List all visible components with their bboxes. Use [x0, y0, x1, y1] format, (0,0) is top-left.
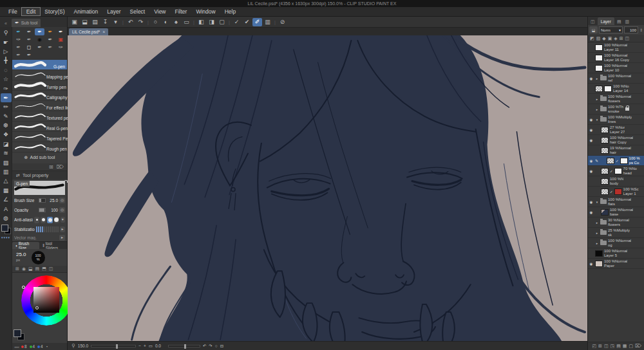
opacity-pressure-icon[interactable]: ◎ [59, 207, 65, 213]
fill-icon[interactable]: ♠ [171, 18, 181, 26]
undo-icon[interactable]: ↶ [126, 18, 135, 26]
delete-layer-icon[interactable]: ⌦ [635, 344, 641, 349]
canvas-tab[interactable]: LiL Cecile.psd* × [69, 28, 108, 35]
layer-row[interactable]: ▸100 %Normalog [588, 238, 644, 248]
layer-thumbnail[interactable] [604, 86, 612, 92]
pen-tool[interactable]: ✒ [1, 93, 12, 102]
view-list-icon[interactable]: ⊞ [15, 266, 19, 272]
reference-layer-icon[interactable]: ⊞ [620, 36, 623, 41]
open-folder-icon[interactable]: ▤ [90, 18, 100, 26]
stabilization-arrow-icon[interactable]: ▸ [60, 226, 65, 232]
pen-group-2[interactable]: ✒ [24, 28, 33, 35]
export-dropdown-icon[interactable]: ▾ [111, 18, 120, 26]
fill-tool[interactable]: ▨ [1, 158, 12, 167]
brush-tool[interactable]: ✎ [1, 112, 12, 121]
view-stroke-icon[interactable]: ⬓ [28, 266, 33, 272]
layer-mask-icon[interactable]: ▦ [623, 344, 627, 349]
expand-arrow-icon[interactable]: ▸ [595, 231, 599, 235]
lock-layer-icon[interactable]: ◆ [602, 36, 605, 41]
layer-thumbnail[interactable] [601, 189, 609, 195]
layer-thumbnail[interactable] [595, 261, 603, 267]
save-icon[interactable]: ⬓ [80, 18, 90, 26]
zoom-out-button[interactable]: − [138, 344, 141, 348]
rotation-slider[interactable] [168, 345, 200, 347]
stabilization-segment[interactable] [46, 226, 47, 232]
two-pane-icon[interactable]: ◫ [625, 36, 630, 41]
operation-tool[interactable]: ▷ [1, 47, 12, 56]
invert-selection-icon[interactable]: ◐ [161, 18, 171, 26]
stabilization-segment[interactable] [40, 226, 41, 232]
brush-preview-circle[interactable]: 100 % [32, 251, 45, 264]
sub-tool-item[interactable]: Rough pen [12, 142, 67, 152]
pen-group-14[interactable]: ✒ [45, 44, 55, 51]
visibility-eye-icon[interactable]: ◉ [589, 262, 594, 266]
ruler-layer-icon[interactable]: ◈ [614, 36, 617, 41]
zoom-in-button[interactable]: + [144, 344, 146, 348]
expand-arrow-icon[interactable]: ▸ [595, 241, 599, 245]
opacity-slider[interactable] [39, 208, 46, 212]
move-screen-tool[interactable]: ☛ [1, 37, 12, 46]
brush-size-slider[interactable] [39, 198, 46, 203]
navigator-icon[interactable]: ▭ [149, 344, 153, 349]
apply-mask-icon[interactable]: ▢ [629, 344, 633, 349]
layer-row[interactable]: ◉▾100 %Normalflats [588, 197, 644, 207]
separator[interactable]: | [121, 18, 125, 26]
pen-group-15[interactable]: ✑ [56, 44, 66, 51]
layer-row[interactable]: ◉100 %Normalbase [588, 207, 644, 217]
layer-row[interactable]: 100 %NormalLayer 16 Copy [588, 53, 644, 63]
color-history-icon[interactable]: ◔ [46, 344, 48, 349]
menu-item[interactable]: View [149, 8, 170, 15]
search-layer-tab-icon[interactable]: ▥ [624, 19, 631, 25]
stabilization-segment[interactable] [50, 226, 51, 232]
visibility-eye-icon[interactable]: ◉ [589, 128, 594, 132]
tab-layer[interactable]: Layer [598, 17, 614, 25]
sub-tool-item[interactable]: Calligraphy [12, 91, 67, 101]
stabilization-segment[interactable] [38, 226, 39, 232]
pen-group-11[interactable]: ✒ [14, 44, 23, 51]
ruler-tool[interactable]: ∠ [1, 195, 12, 204]
layer-thumbnail[interactable] [601, 178, 609, 185]
crop-frame-icon[interactable]: ▭ [182, 18, 191, 26]
stabilization-segment[interactable] [53, 226, 55, 232]
rotate-left-icon[interactable]: ↶ [203, 344, 206, 349]
foreground-background-swatch[interactable] [14, 329, 24, 340]
layer-thumbnail[interactable] [614, 168, 622, 174]
sub-tool-item[interactable]: Textured pen [12, 111, 67, 122]
pen-group-13[interactable]: ✒ [35, 44, 44, 51]
stabilization-segment[interactable] [44, 226, 45, 232]
drawing-canvas[interactable] [68, 35, 587, 341]
sv-marker[interactable] [35, 306, 39, 309]
transfer-layer-icon[interactable]: ◳ [611, 344, 615, 349]
layer-thumbnail[interactable] [601, 168, 609, 174]
pen-group-6[interactable]: ✑ [14, 36, 23, 43]
stabilization-segment[interactable] [57, 226, 59, 232]
layer-row[interactable]: 100 %Nbody [588, 176, 644, 187]
layer-row[interactable]: ◉▸100 %Normalref [588, 73, 644, 84]
layer-row[interactable]: ◉100 %NormalPaper [588, 259, 644, 269]
layer-row[interactable]: ▸30 %Normalflowers [588, 217, 644, 228]
visibility-eye-icon[interactable]: ◉ [589, 169, 594, 173]
menu-item[interactable]: Layer [102, 8, 125, 15]
layer-row[interactable]: 100 %NormalLayer 10 [588, 63, 644, 73]
layer-thumbnail[interactable] [601, 127, 609, 133]
sub-tool-item[interactable]: G-pen [12, 60, 67, 70]
view-tile-icon[interactable]: ⬒ [42, 266, 46, 272]
visibility-eye-icon[interactable]: ◉ [589, 200, 594, 204]
menu-item[interactable]: Window [191, 8, 220, 15]
layer-opacity-value[interactable]: 100 [624, 26, 638, 33]
view-pane-icon[interactable]: ◫ [49, 266, 53, 272]
hue-marker[interactable] [22, 286, 25, 289]
layer-thumbnail[interactable] [607, 158, 614, 164]
menu-item[interactable]: File [4, 8, 22, 15]
layer-row[interactable]: ▸100 %Thsmoke [588, 104, 644, 115]
new-layer-icon[interactable]: ◰ [592, 344, 596, 349]
opacity-stepper-icon[interactable]: ⇕ [639, 28, 643, 32]
snap-ruler-icon[interactable]: ◧ [196, 18, 206, 26]
menu-item[interactable]: Animation [70, 8, 103, 15]
menu-item[interactable]: Edit [22, 8, 41, 15]
new-folder-icon[interactable]: ◫ [604, 344, 609, 349]
pen-group-1[interactable]: ✒ [14, 28, 23, 35]
balloon-tool[interactable]: ◍ [1, 214, 12, 223]
aa-middle-option[interactable] [47, 217, 52, 223]
airbrush-tool[interactable]: ❆ [1, 121, 12, 130]
